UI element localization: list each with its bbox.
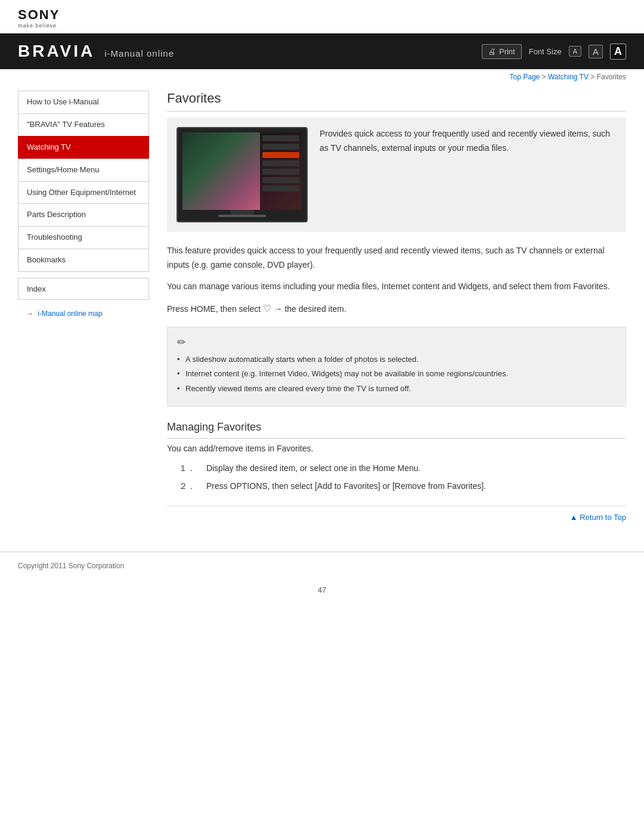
menu-bar-6 xyxy=(262,177,299,183)
sidebar: How to Use i-Manual "BRAVIA" TV Features… xyxy=(18,91,149,522)
return-to-top-label: Return to Top xyxy=(580,513,626,522)
sidebar-item-parts[interactable]: Parts Description xyxy=(18,203,149,226)
intro-section: Provides quick access to your frequently… xyxy=(167,117,626,232)
copyright: Copyright 2011 Sony Corporation xyxy=(18,562,124,570)
arrow-icon: → xyxy=(26,309,33,318)
notes-icon: ✏ xyxy=(177,336,616,349)
note-item-1: A slideshow automatically starts when a … xyxy=(177,354,616,366)
menu-bar-3 xyxy=(262,152,299,158)
sidebar-item-using-other[interactable]: Using Other Equipment/Internet xyxy=(18,181,149,204)
intro-text: Provides quick access to your frequently… xyxy=(320,127,617,222)
breadcrumb-sep2: > xyxy=(590,73,596,81)
heart-icon: ♡ xyxy=(263,304,274,314)
menu-bar-5 xyxy=(262,169,299,175)
breadcrumb: Top Page > Watching TV > Favorites xyxy=(0,69,644,85)
tv-base xyxy=(218,215,266,217)
bravia-text: BRAVIA xyxy=(18,42,95,61)
menu-bar-2 xyxy=(262,144,299,150)
tv-screen xyxy=(182,132,302,210)
breadcrumb-watching-tv[interactable]: Watching TV xyxy=(548,73,589,81)
step-text-1: Display the desired item, or select one … xyxy=(206,463,421,473)
sidebar-item-settings[interactable]: Settings/Home Menu xyxy=(18,159,149,181)
content-area: Favorites xyxy=(161,91,626,522)
menu-bar-1 xyxy=(262,135,299,141)
imanual-subtitle: i-Manual online xyxy=(104,48,174,58)
font-small-button[interactable]: A xyxy=(569,46,581,57)
sidebar-item-bravia-features[interactable]: "BRAVIA" TV Features xyxy=(18,113,149,136)
menu-bar-7 xyxy=(262,185,299,191)
note-item-3: Recently viewed items are cleared every … xyxy=(177,383,616,395)
step-text-2: Press OPTIONS, then select [Add to Favor… xyxy=(206,481,486,491)
sony-tagline: make.believe xyxy=(18,23,626,29)
breadcrumb-sep1: > xyxy=(542,73,548,81)
imanual-map-anchor[interactable]: i-Manual online map xyxy=(38,309,102,318)
sidebar-item-how-to-use[interactable]: How to Use i-Manual xyxy=(18,91,149,113)
step-1: １． Display the desired item, or select o… xyxy=(167,462,626,476)
tv-image xyxy=(177,127,308,222)
sidebar-item-troubleshooting[interactable]: Troubleshooting xyxy=(18,226,149,249)
print-label: Print xyxy=(499,47,515,56)
return-arrow-icon: ▲ xyxy=(570,513,580,522)
sidebar-index[interactable]: Index xyxy=(18,278,149,300)
step-number-1: １． xyxy=(179,463,204,473)
notes-box: ✏ A slideshow automatically starts when … xyxy=(167,327,626,407)
print-icon: 🖨 xyxy=(488,47,496,56)
header-controls: 🖨 Print Font Size A A A xyxy=(482,44,626,60)
sony-header: SONY make.believe xyxy=(0,0,644,33)
sidebar-item-watching-tv[interactable]: Watching TV xyxy=(18,136,149,159)
font-medium-button[interactable]: A xyxy=(589,45,603,58)
page-number: 47 xyxy=(0,580,644,600)
step-number-2: ２． xyxy=(179,481,204,491)
press-home-text: Press HOME, then select xyxy=(167,304,261,314)
top-bar: BRAVIA i-Manual online 🖨 Print Font Size… xyxy=(0,33,644,69)
breadcrumb-top-page[interactable]: Top Page xyxy=(510,73,540,81)
breadcrumb-current: Favorites xyxy=(597,73,626,81)
press-home-arrow: → the desired item. xyxy=(274,304,346,314)
steps-list: １． Display the desired item, or select o… xyxy=(167,462,626,494)
manage-text: You can add/remove items in Favorites. xyxy=(167,444,626,453)
footer: Copyright 2011 Sony Corporation xyxy=(0,552,644,580)
body-text-2: You can manage various items including y… xyxy=(167,280,626,294)
press-home-line: Press HOME, then select ♡ → the desired … xyxy=(167,301,626,317)
print-button[interactable]: 🖨 Print xyxy=(482,44,522,59)
menu-bar-4 xyxy=(262,160,299,166)
note-item-2: Internet content (e.g. Internet Video, W… xyxy=(177,368,616,380)
return-to-top-link[interactable]: ▲ Return to Top xyxy=(570,513,626,522)
bravia-logo: BRAVIA i-Manual online xyxy=(18,42,174,61)
body-text-1: This feature provides quick access to yo… xyxy=(167,244,626,272)
return-to-top[interactable]: ▲ Return to Top xyxy=(167,506,626,522)
tv-menu-overlay xyxy=(260,132,302,210)
tv-stand xyxy=(230,210,254,215)
sidebar-item-bookmarks[interactable]: Bookmarks xyxy=(18,249,149,272)
notes-list: A slideshow automatically starts when a … xyxy=(177,354,616,395)
sony-logo: SONY xyxy=(18,7,626,23)
font-size-label: Font Size xyxy=(529,47,562,56)
imanual-map-link[interactable]: → i-Manual online map xyxy=(18,307,149,320)
main-layout: How to Use i-Manual "BRAVIA" TV Features… xyxy=(0,85,644,534)
step-2: ２． Press OPTIONS, then select [Add to Fa… xyxy=(167,479,626,494)
font-large-button[interactable]: A xyxy=(610,44,626,60)
page-title: Favorites xyxy=(167,91,626,112)
section-title-managing: Managing Favorites xyxy=(167,421,626,439)
